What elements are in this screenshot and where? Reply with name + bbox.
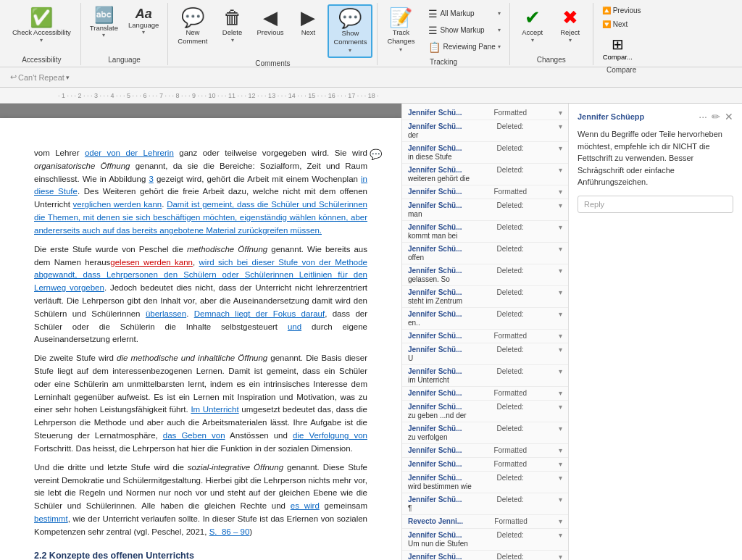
change-item-dropdown[interactable]: ▾ <box>559 517 562 525</box>
change-item[interactable]: Jennifer Schü...Formatted▾ <box>402 444 568 458</box>
next-comment-button[interactable]: ▶ Next <box>290 4 326 41</box>
link-und[interactable]: und <box>288 322 301 331</box>
change-item-dropdown[interactable]: ▾ <box>559 201 562 209</box>
undo-dropdown-icon[interactable]: ▾ <box>66 74 70 81</box>
change-item-dropdown[interactable]: ▾ <box>559 122 562 130</box>
link-verfolgung[interactable]: die Verfolgung von <box>293 431 367 440</box>
change-item-dropdown[interactable]: ▾ <box>559 310 562 318</box>
link-verglichen[interactable]: verglichen werden kann <box>73 200 162 209</box>
change-item-dropdown[interactable]: ▾ <box>559 144 562 152</box>
reviewing-pane-button[interactable]: 📋 Reviewing Pane ▾ <box>424 39 504 55</box>
delete-button[interactable]: 🗑 Delete ▾ <box>214 4 251 47</box>
change-item[interactable]: Jennifer Schü...Deleted:▾zu verfolgen <box>402 422 568 444</box>
change-item-type: Deleted: <box>497 496 524 503</box>
previous-comment-button[interactable]: ◀ Previous <box>252 4 289 41</box>
change-item[interactable]: Jennifer Schü...Deleted:▾Um nun die Stuf… <box>402 529 568 551</box>
track-changes-icon: 📝 <box>389 8 412 27</box>
delete-icon: 🗑 <box>223 8 242 27</box>
change-item-dropdown[interactable]: ▾ <box>559 267 562 275</box>
change-item[interactable]: Jennifer Schü...Deleted:▾wird bestimmen … <box>402 472 568 493</box>
change-item[interactable]: Jennifer Schü...Deleted:▾en.. <box>402 308 568 330</box>
change-item-author: Jennifer Schü... <box>408 346 462 354</box>
change-item-content: U <box>408 354 562 362</box>
link-demnach[interactable]: Demnach liegt der Fokus darauf <box>194 309 325 318</box>
link-3[interactable]: 3 <box>149 175 153 183</box>
change-item[interactable]: Jennifer Schü...Deleted:▾steht im Zentru… <box>402 286 568 308</box>
change-item-dropdown[interactable]: ▾ <box>559 474 562 482</box>
change-item[interactable]: Jennifer Schü...Deleted:▾man <box>402 199 568 221</box>
show-comments-icon: 💬 <box>338 9 362 28</box>
change-item[interactable]: Revecto Jenni...Formatted▾ <box>402 515 568 529</box>
change-item-dropdown[interactable]: ▾ <box>559 332 562 340</box>
change-item-dropdown[interactable]: ▾ <box>559 288 562 296</box>
new-comment-button[interactable]: 💬 NewComment <box>172 4 212 50</box>
change-item[interactable]: Jennifer Schü...Deleted:▾gelassen. So <box>402 264 568 286</box>
change-item-dropdown[interactable]: ▾ <box>559 188 562 196</box>
change-item-dropdown[interactable]: ▾ <box>559 367 562 375</box>
link-in-diese-stufe[interactable]: in diese Stufe <box>34 175 367 196</box>
change-item[interactable]: Jennifer Schü...Deleted:▾der <box>402 120 568 142</box>
comment-reply-box[interactable]: Reply <box>578 196 733 213</box>
comment-more-button[interactable]: ··· <box>699 111 707 122</box>
change-item-dropdown[interactable]: ▾ <box>559 109 562 117</box>
change-item-dropdown[interactable]: ▾ <box>559 223 562 231</box>
link-ueberlassen[interactable]: überlassen <box>146 309 186 318</box>
change-item[interactable]: Jennifer Schü...Formatted▾ <box>402 387 568 401</box>
change-item-dropdown[interactable]: ▾ <box>559 460 562 468</box>
change-item[interactable]: Jennifer Schü...Deleted:▾im Unterricht <box>402 365 568 387</box>
change-item[interactable]: Jennifer Schü...Formatted▾ <box>402 185 568 199</box>
change-item[interactable]: Jennifer Schü...Deleted:▾U <box>402 343 568 365</box>
change-item[interactable]: Jennifer Schü...Deleted:▾¶ <box>402 551 568 560</box>
cant-repeat-label: Can't Repeat <box>18 73 64 82</box>
all-markup-button[interactable]: ☰ All Markup ▾ <box>424 6 504 22</box>
change-item[interactable]: Jennifer Schü...Formatted▾ <box>402 330 568 343</box>
undo-button[interactable]: ↩ Can't Repeat ▾ <box>6 71 74 83</box>
change-item[interactable]: Jennifer Schü...Deleted:▾offen <box>402 243 568 264</box>
link-im-unterricht[interactable]: Im Unterricht <box>191 405 238 414</box>
change-item[interactable]: Jennifer Schü...Formatted▾ <box>402 458 568 472</box>
reject-button[interactable]: ✖ Reject ▾ <box>552 4 588 47</box>
change-item[interactable]: Jennifer Schü...Deleted:▾weiteren gehört… <box>402 164 568 185</box>
change-item-type: Deleted: <box>497 310 524 318</box>
compare-btn[interactable]: ⊞ Compar... <box>598 32 638 64</box>
link-gelesen[interactable]: gelesen werden kann <box>110 258 193 267</box>
change-item[interactable]: Jennifer Schü...Deleted:▾kommt man bei <box>402 221 568 243</box>
change-item-dropdown[interactable]: ▾ <box>559 425 562 432</box>
comment-close-button[interactable]: ✕ <box>725 111 733 122</box>
change-item-dropdown[interactable]: ▾ <box>559 245 562 253</box>
previous-change-button[interactable]: 🔼 Previous <box>598 4 646 17</box>
change-item-dropdown[interactable]: ▾ <box>559 346 562 354</box>
check-accessibility-button[interactable]: ✅ Check Accessibility ▾ <box>7 4 76 47</box>
next-change-button[interactable]: 🔽 Next <box>598 18 646 30</box>
change-item-dropdown[interactable]: ▾ <box>559 389 562 397</box>
ruler-marks: · 1 · · · 2 · · · 3 · · · 4 · · · 5 · · … <box>58 92 379 99</box>
change-item[interactable]: Jennifer Schü...Deleted:▾in diese Stufe <box>402 142 568 164</box>
translate-dropdown: ▾ <box>102 32 105 38</box>
change-item[interactable]: Jennifer Schü...Deleted:▾zu geben ...nd … <box>402 401 568 422</box>
change-item-dropdown[interactable]: ▾ <box>559 446 562 454</box>
show-comments-button[interactable]: 💬 ShowComments ▾ <box>328 4 372 58</box>
change-item-dropdown[interactable]: ▾ <box>559 553 562 560</box>
accept-button[interactable]: ✔ Accept ▾ <box>514 4 551 47</box>
change-item-content: steht im Zentrum <box>408 297 562 305</box>
change-item-dropdown[interactable]: ▾ <box>559 166 562 174</box>
change-item-dropdown[interactable]: ▾ <box>559 403 562 411</box>
change-item-header: Jennifer Schü...Deleted:▾ <box>408 496 562 503</box>
comment-edit-button[interactable]: ✏ <box>712 111 720 122</box>
track-changes-button[interactable]: 📝 TrackChanges ▾ <box>382 4 420 57</box>
change-item-dropdown[interactable]: ▾ <box>559 496 562 503</box>
link-es-wird[interactable]: es wird <box>291 501 320 510</box>
translate-button[interactable]: 🔤 Translate ▾ <box>86 4 122 41</box>
change-item-author: Jennifer Schü... <box>408 553 462 560</box>
link-s86[interactable]: S._86 – 90 <box>209 527 250 536</box>
link-oder-von[interactable]: oder von der Lehrerin <box>85 149 174 157</box>
change-item[interactable]: Jennifer Schü...Deleted:▾¶ <box>402 493 568 515</box>
language-button[interactable]: Aa Language ▾ <box>124 4 163 38</box>
change-item[interactable]: Jennifer Schü...Formatted▾ <box>402 106 568 120</box>
show-markup-button[interactable]: ☰ Show Markup ▾ <box>424 22 504 38</box>
link-bestimmt[interactable]: bestimmt <box>34 514 68 523</box>
link-wird-sich[interactable]: wird sich bei dieser Stufe von der Metho… <box>34 258 367 293</box>
link-das-geben[interactable]: das Geben von <box>163 431 225 440</box>
change-item-dropdown[interactable]: ▾ <box>559 531 562 539</box>
comment-indicator-icon[interactable]: 💬 <box>370 147 382 163</box>
